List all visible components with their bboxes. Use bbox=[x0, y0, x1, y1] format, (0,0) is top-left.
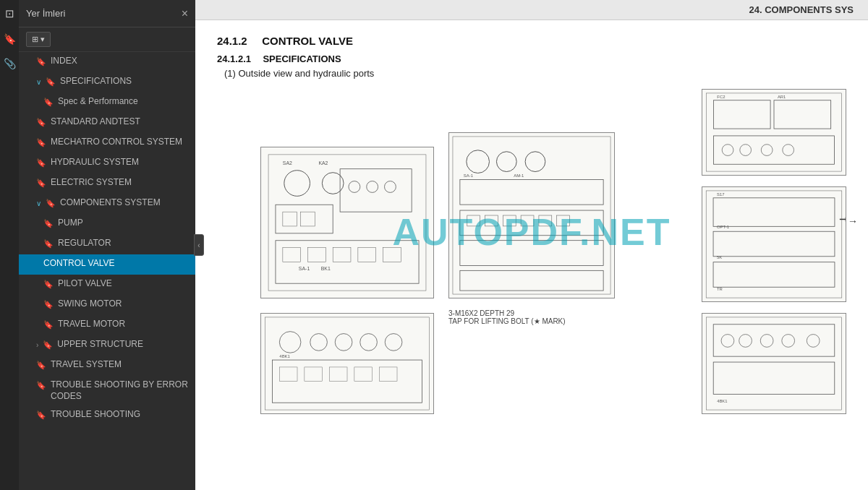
doc-header: 24. COMPONENTS SYS bbox=[195, 0, 868, 20]
sidebar-item-swing-motor[interactable]: 🔖 SWING MOTOR bbox=[19, 295, 195, 315]
svg-rect-70 bbox=[713, 324, 835, 356]
sidebar-item-standard-andtest[interactable]: 🔖 STANDARD ANDTEST bbox=[19, 113, 195, 133]
sidebar-nav: 🔖 INDEX ∨ 🔖 SPECIFICATIONS 🔖 Spec & Perf… bbox=[19, 52, 195, 490]
svg-point-9 bbox=[385, 181, 396, 193]
svg-text:4BK1: 4BK1 bbox=[279, 354, 289, 358]
sidebar-item-electric-system[interactable]: 🔖 ELECTRIC SYSTEM bbox=[19, 173, 195, 194]
svg-rect-32 bbox=[539, 215, 552, 226]
doc-description: (1) Outside view and hydraulic ports bbox=[224, 68, 846, 79]
svg-rect-46 bbox=[706, 191, 842, 298]
bookmark-icon: 🔖 bbox=[43, 299, 54, 309]
svg-text:SA-1: SA-1 bbox=[299, 266, 310, 271]
sidebar-item-hydraulic-system[interactable]: 🔖 HYDRAULIC SYSTEM bbox=[19, 153, 195, 173]
sidebar-item-mechatro-control-system[interactable]: 🔖 MECHATRO CONTROL SYSTEM bbox=[19, 133, 195, 153]
section-heading: 24.1.2 CONTROL VALVE bbox=[217, 35, 846, 48]
svg-text:TR: TR bbox=[717, 287, 723, 291]
note-3m16x2: 3-M16X2 DEPTH 29 TAP FOR LIFTING BOLT (★… bbox=[448, 309, 566, 325]
svg-rect-15 bbox=[383, 248, 401, 262]
svg-rect-37 bbox=[713, 100, 770, 129]
svg-rect-71 bbox=[713, 362, 835, 394]
sidebar-toolbar: ⊞ ▾ bbox=[19, 27, 195, 52]
svg-rect-12 bbox=[308, 248, 326, 262]
attachments-icon[interactable]: 📎 bbox=[4, 58, 16, 69]
sidebar-item-specifications[interactable]: ∨ 🔖 SPECIFICATIONS bbox=[19, 72, 195, 93]
main-content: 24. COMPONENTS SYS 24.1.2 CONTROL VALVE … bbox=[195, 0, 868, 490]
bookmark-icon: 🔖 bbox=[43, 238, 54, 249]
svg-rect-49 bbox=[713, 262, 835, 288]
sidebar-item-label: UPPER STRUCTURE bbox=[57, 339, 188, 351]
svg-rect-3 bbox=[276, 205, 333, 233]
expand-icon: › bbox=[36, 340, 38, 350]
svg-rect-65 bbox=[329, 367, 347, 382]
svg-rect-30 bbox=[503, 215, 516, 226]
bookmark-icon: 🔖 bbox=[43, 340, 53, 350]
svg-point-42 bbox=[761, 145, 773, 156]
svg-point-41 bbox=[740, 145, 752, 156]
svg-text:KA2: KA2 bbox=[318, 160, 328, 166]
sidebar-item-label: MECHATRO CONTROL SYSTEM bbox=[51, 137, 188, 148]
svg-rect-31 bbox=[521, 215, 534, 226]
sidebar-item-control-valve[interactable]: CONTROL VALVE bbox=[19, 254, 195, 275]
note-text-2: TAP FOR LIFTING BOLT (★ MARK) bbox=[448, 317, 566, 325]
svg-point-43 bbox=[783, 145, 794, 156]
sidebar-item-regulator[interactable]: 🔖 REGULATOR bbox=[19, 234, 195, 254]
bookmark-icon: 🔖 bbox=[36, 360, 46, 370]
sidebar-item-trouble-shooting[interactable]: 🔖 TROUBLE SHOOTING bbox=[19, 405, 195, 426]
sidebar-item-label: Spec & Performance bbox=[58, 96, 188, 108]
bookmark-icon: 🔖 bbox=[43, 279, 54, 289]
sidebar-item-travel-system[interactable]: 🔖 TRAVEL SYSTEM bbox=[19, 356, 195, 376]
sidebar-item-label: TROUBLE SHOOTING bbox=[51, 409, 188, 421]
svg-rect-47 bbox=[713, 198, 835, 227]
svg-rect-5 bbox=[301, 212, 315, 226]
sidebar-item-label: SPECIFICATIONS bbox=[60, 76, 188, 87]
diagram-bottom-left: 4BK1 bbox=[260, 313, 434, 414]
bookmark-icon: 🔖 bbox=[36, 178, 46, 188]
svg-rect-64 bbox=[305, 367, 323, 382]
sidebar-collapse-button[interactable]: ‹ bbox=[194, 234, 204, 256]
svg-rect-69 bbox=[706, 317, 841, 410]
sidebar-item-index[interactable]: 🔖 INDEX bbox=[19, 52, 195, 72]
view-toggle-button[interactable]: ⊞ ▾ bbox=[26, 32, 51, 47]
sidebar-item-label: REGULATOR bbox=[58, 238, 188, 249]
sidebar-item-travel-motor[interactable]: 🔖 TRAVEL MOTOR bbox=[19, 315, 195, 335]
sidebar-item-label: COMPONENTS SYSTEM bbox=[60, 197, 188, 209]
diagram-middle: SA-1 AM-1 bbox=[448, 132, 615, 298]
svg-point-2 bbox=[322, 173, 344, 194]
svg-rect-33 bbox=[557, 215, 570, 226]
svg-rect-14 bbox=[358, 248, 376, 262]
sidebar-item-label: PILOT VALVE bbox=[58, 278, 188, 290]
sidebar-item-components-system[interactable]: ∨ 🔖 COMPONENTS SYSTEM bbox=[19, 194, 195, 214]
bookmark-icon: 🔖 bbox=[43, 319, 54, 330]
close-icon[interactable]: × bbox=[182, 7, 188, 20]
svg-point-21 bbox=[467, 150, 490, 173]
section-title: CONTROL VALVE bbox=[262, 35, 353, 47]
sidebar: ⊡ 🔖 📎 Yer İmleri × ⊞ ▾ 🔖 INDEX ∨ 🔖 bbox=[0, 0, 195, 490]
bookmarks-icon[interactable]: 🔖 bbox=[4, 33, 16, 45]
sidebar-item-label: CONTROL VALVE bbox=[43, 258, 188, 270]
svg-rect-25 bbox=[460, 210, 603, 236]
bookmark-icon: 🔖 bbox=[43, 218, 54, 228]
bookmark-icon: 🔖 bbox=[36, 137, 46, 147]
sidebar-item-spec-performance[interactable]: 🔖 Spec & Performance bbox=[19, 93, 195, 113]
svg-text:SA2: SA2 bbox=[283, 160, 292, 166]
svg-point-8 bbox=[367, 181, 378, 193]
sidebar-item-label: STANDARD ANDTEST bbox=[51, 116, 188, 128]
svg-rect-11 bbox=[283, 248, 301, 262]
sidebar-item-trouble-shooting-error-codes[interactable]: 🔖 TROUBLE SHOOTING BY ERROR CODES bbox=[19, 376, 195, 405]
svg-point-61 bbox=[385, 334, 402, 351]
pages-icon[interactable]: ⊡ bbox=[5, 7, 14, 20]
sidebar-item-label: TROUBLE SHOOTING BY ERROR CODES bbox=[51, 379, 188, 402]
sidebar-item-pump[interactable]: 🔖 PUMP bbox=[19, 214, 195, 234]
svg-point-23 bbox=[525, 152, 545, 172]
note-text-1: 3-M16X2 DEPTH 29 bbox=[448, 309, 566, 317]
subsection-title: SPECIFICATIONS bbox=[263, 53, 341, 64]
sidebar-item-upper-structure[interactable]: › 🔖 UPPER STRUCTURE bbox=[19, 335, 195, 356]
svg-point-60 bbox=[360, 334, 378, 351]
diagram-left: BK1 SA-1 SA2 KA2 bbox=[260, 147, 434, 298]
bookmark-icon: 🔖 bbox=[46, 77, 56, 87]
sidebar-item-pilot-valve[interactable]: 🔖 PILOT VALVE bbox=[19, 275, 195, 295]
view-icon: ⊞ bbox=[32, 35, 38, 44]
svg-point-1 bbox=[284, 171, 310, 197]
bookmark-icon: 🔖 bbox=[36, 410, 46, 420]
sidebar-header: Yer İmleri × bbox=[19, 0, 195, 27]
